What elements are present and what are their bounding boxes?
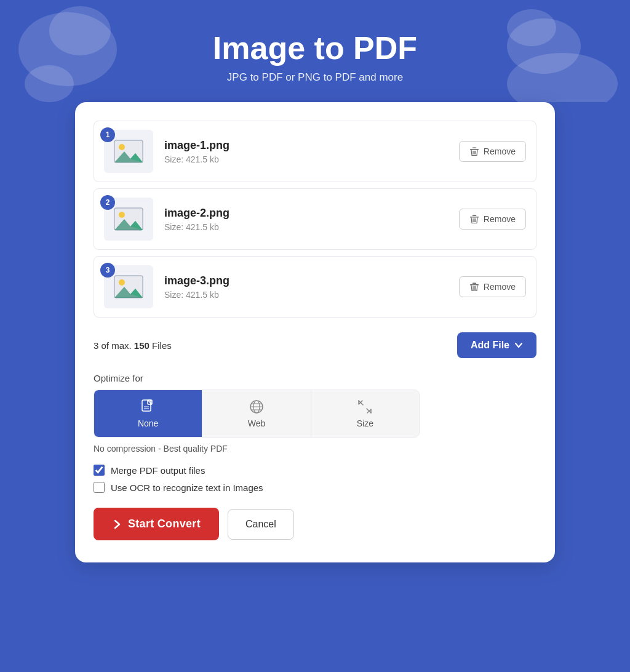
svg-rect-4 [470, 149, 479, 150]
file-size: Size: 421.5 kb [164, 222, 459, 232]
svg-rect-13 [470, 217, 479, 218]
count-prefix: 3 of max. [94, 340, 134, 351]
add-file-button[interactable]: Add File [457, 332, 536, 358]
table-row: 1 image-1.png Size: 421.5 kb [94, 121, 536, 182]
file-name: image-1.png [164, 139, 459, 152]
checkbox-merge-row: Merge PDF output files [94, 465, 536, 476]
page-subtitle: JPG to PDF or PNG to PDF and more [12, 71, 618, 84]
file-number-badge: 1 [100, 127, 115, 142]
file-info: image-2.png Size: 421.5 kb [164, 207, 459, 232]
trash-icon [469, 282, 479, 292]
count-suffix: Files [150, 340, 172, 351]
files-count-text: 3 of max. 150 Files [94, 340, 172, 351]
remove-label: Remove [484, 214, 516, 224]
remove-label: Remove [484, 146, 516, 156]
optimize-none-button[interactable]: None [94, 390, 202, 437]
table-row: 3 image-3.png Size: 421.5 kb [94, 256, 536, 318]
optimize-web-label: Web [248, 418, 266, 428]
compress-icon [357, 399, 373, 415]
file-name: image-2.png [164, 207, 459, 220]
file-size: Size: 421.5 kb [164, 154, 459, 164]
optimize-web-button[interactable]: Web [202, 390, 311, 437]
page-title: Image to PDF [12, 30, 618, 66]
cancel-button[interactable]: Cancel [228, 509, 294, 540]
main-card: 1 image-1.png Size: 421.5 kb [75, 102, 555, 562]
merge-checkbox[interactable] [94, 465, 105, 476]
checkbox-ocr-row: Use OCR to recognize text in Images [94, 482, 536, 493]
cancel-label: Cancel [245, 519, 276, 529]
image-icon [113, 273, 144, 300]
optimize-description: No compression - Best quality PDF [94, 444, 536, 454]
svg-point-10 [119, 212, 125, 218]
optimize-label: Optimize for [94, 373, 536, 383]
svg-point-19 [119, 279, 125, 286]
svg-point-1 [119, 144, 125, 150]
globe-icon [249, 399, 265, 415]
cloud-decoration-6 [25, 65, 74, 102]
action-row: Start Convert Cancel [94, 508, 536, 540]
svg-rect-22 [470, 284, 479, 286]
table-row: 2 image-2.png Size: 421.5 kb [94, 188, 536, 250]
image-icon [113, 206, 144, 233]
files-count-row: 3 of max. 150 Files Add File [94, 332, 536, 358]
ocr-label[interactable]: Use OCR to recognize text in Images [111, 482, 263, 493]
image-icon [113, 138, 144, 165]
file-number-badge: 3 [100, 263, 115, 278]
file-name: image-3.png [164, 274, 459, 287]
file-number-badge: 2 [100, 195, 115, 210]
remove-button[interactable]: Remove [459, 141, 526, 162]
chevron-right-icon [112, 519, 123, 530]
chevron-down-icon [514, 341, 523, 350]
ocr-checkbox[interactable] [94, 482, 105, 493]
count-max: 150 [134, 340, 150, 351]
optimize-size-label: Size [357, 418, 373, 428]
start-convert-label: Start Convert [128, 518, 201, 530]
optimize-options: None Web Size [94, 390, 420, 438]
svg-rect-23 [472, 283, 476, 284]
remove-label: Remove [484, 282, 516, 292]
header: Image to PDF JPG to PDF or PNG to PDF an… [0, 0, 630, 102]
file-size: Size: 421.5 kb [164, 290, 459, 300]
trash-icon [469, 214, 479, 224]
svg-rect-14 [472, 215, 476, 217]
start-convert-button[interactable]: Start Convert [94, 508, 219, 540]
file-info: image-1.png Size: 421.5 kb [164, 139, 459, 164]
remove-button[interactable]: Remove [459, 276, 526, 297]
svg-rect-5 [472, 148, 476, 149]
optimize-size-button[interactable]: Size [311, 390, 419, 437]
optimize-none-label: None [138, 418, 158, 428]
pdf-icon [140, 399, 156, 415]
trash-icon [469, 146, 479, 156]
file-list: 1 image-1.png Size: 421.5 kb [94, 121, 536, 324]
merge-label[interactable]: Merge PDF output files [111, 465, 205, 476]
add-file-label: Add File [471, 340, 509, 351]
remove-button[interactable]: Remove [459, 209, 526, 230]
file-info: image-3.png Size: 421.5 kb [164, 274, 459, 300]
